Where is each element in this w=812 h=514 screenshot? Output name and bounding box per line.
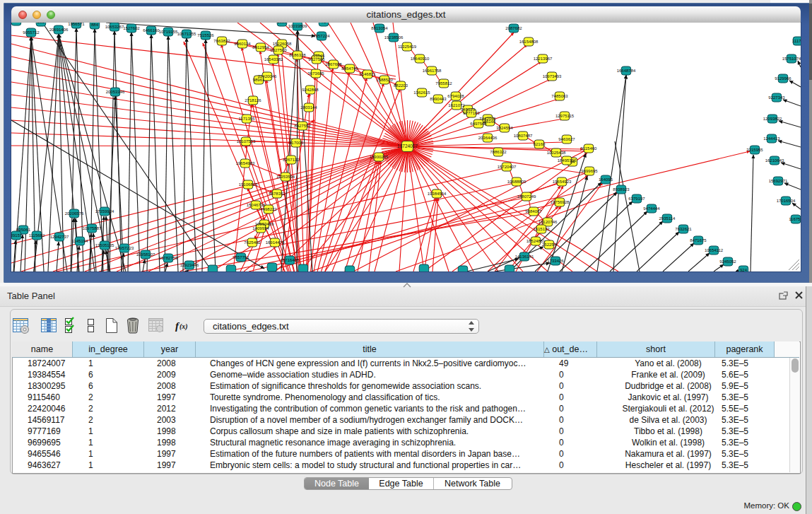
svg-text:1244413: 1244413 — [763, 136, 780, 141]
svg-text:3215955: 3215955 — [746, 148, 763, 152]
svg-text:1171355: 1171355 — [239, 117, 256, 121]
svg-text:9474444: 9474444 — [643, 206, 660, 211]
svg-text:13505135: 13505135 — [95, 243, 114, 247]
svg-text:11353594: 11353594 — [276, 175, 295, 179]
svg-text:62160: 62160 — [534, 142, 546, 146]
svg-text:1854550: 1854550 — [11, 23, 25, 23]
svg-text:3673685: 3673685 — [307, 71, 324, 76]
svg-text:10807487: 10807487 — [514, 134, 533, 138]
svg-text:16210643: 16210643 — [765, 158, 784, 163]
svg-text:8813054: 8813054 — [371, 26, 388, 30]
svg-text:8678352: 8678352 — [269, 192, 286, 196]
svg-text:1362615: 1362615 — [413, 90, 430, 95]
svg-text:18640910: 18640910 — [411, 57, 430, 61]
svg-text:6466160: 6466160 — [143, 28, 160, 33]
svg-text:9242848: 9242848 — [302, 88, 319, 92]
svg-text:14136141: 14136141 — [515, 255, 534, 259]
svg-text:9227343: 9227343 — [768, 95, 785, 100]
svg-text:7357224: 7357224 — [313, 34, 330, 38]
svg-text:10025438: 10025438 — [547, 151, 566, 155]
svg-text:9115460: 9115460 — [581, 146, 598, 151]
svg-text:19756928: 19756928 — [551, 200, 570, 204]
svg-text:924: 924 — [740, 268, 748, 271]
svg-text:1115682: 1115682 — [29, 233, 45, 238]
svg-text:9699695: 9699695 — [581, 169, 598, 173]
svg-text:19654983: 19654983 — [236, 161, 255, 165]
svg-text:9055712: 9055712 — [23, 30, 40, 35]
svg-text:15226058: 15226058 — [273, 42, 292, 46]
svg-text:116753: 116753 — [789, 217, 801, 221]
svg-text:884: 884 — [91, 23, 99, 27]
svg-text:7886322: 7886322 — [490, 150, 507, 154]
svg-text:8938923: 8938923 — [613, 187, 630, 192]
svg-text:835061: 835061 — [16, 228, 31, 232]
svg-text:10688809: 10688809 — [507, 180, 526, 184]
svg-text:2935114: 2935114 — [659, 216, 676, 221]
svg-text:18495796: 18495796 — [558, 158, 577, 163]
svg-text:11172: 11172 — [792, 39, 801, 43]
svg-text:(x): (x) — [180, 322, 188, 331]
svg-text:6794028: 6794028 — [447, 94, 464, 98]
svg-text:16914479: 16914479 — [266, 240, 285, 245]
svg-text:1409934: 1409934 — [252, 226, 269, 230]
svg-text:7632621: 7632621 — [675, 227, 692, 231]
svg-text:7625402: 7625402 — [244, 240, 261, 245]
svg-text:12213967: 12213967 — [534, 57, 553, 61]
svg-text:15692971: 15692971 — [769, 179, 788, 183]
svg-text:9327500: 9327500 — [270, 48, 287, 52]
svg-text:7515526: 7515526 — [197, 33, 214, 37]
svg-text:18807249: 18807249 — [517, 194, 536, 199]
svg-text:16782759: 16782759 — [159, 256, 178, 260]
svg-text:10107553: 10107553 — [237, 139, 256, 144]
svg-text:8471675: 8471675 — [690, 238, 707, 243]
svg-text:20691406: 20691406 — [49, 28, 69, 32]
svg-text:15720407: 15720407 — [498, 165, 517, 169]
svg-text:16154808: 16154808 — [519, 40, 539, 44]
svg-text:8454749: 8454749 — [341, 66, 358, 71]
svg-text:6379197: 6379197 — [628, 197, 645, 201]
svg-text:10671355: 10671355 — [177, 32, 196, 36]
svg-text:9657791: 9657791 — [233, 255, 249, 259]
svg-text:8267130: 8267130 — [283, 158, 300, 162]
svg-text:20206576: 20206576 — [65, 211, 84, 216]
svg-text:2087682: 2087682 — [505, 26, 522, 30]
svg-text:9245052: 9245052 — [719, 259, 736, 264]
svg-text:12923446: 12923446 — [180, 263, 199, 267]
svg-text:917006: 917006 — [289, 141, 304, 145]
svg-text:1003: 1003 — [277, 23, 287, 24]
svg-text:10719155: 10719155 — [159, 30, 178, 34]
svg-text:9146821: 9146821 — [359, 72, 376, 76]
svg-text:882203: 882203 — [394, 83, 408, 88]
svg-text:9960124: 9960124 — [234, 42, 251, 46]
svg-text:10973493: 10973493 — [543, 74, 562, 78]
svg-text:10654112: 10654112 — [705, 248, 724, 252]
svg-text:7663822: 7663822 — [213, 39, 230, 43]
svg-text:9463627: 9463627 — [558, 137, 575, 141]
svg-text:9129966: 9129966 — [775, 76, 792, 81]
svg-text:3824554: 3824554 — [496, 126, 513, 130]
svg-text:164095: 164095 — [599, 177, 613, 182]
svg-text:20053346: 20053346 — [106, 90, 125, 94]
svg-text:9777169: 9777169 — [463, 111, 480, 115]
svg-text:11325419: 11325419 — [398, 45, 417, 49]
svg-text:1145194: 1145194 — [72, 239, 89, 243]
svg-text:10975887: 10975887 — [83, 226, 102, 230]
svg-text:1527602: 1527602 — [123, 26, 140, 30]
svg-text:16543382: 16543382 — [264, 57, 283, 62]
svg-text:12975115: 12975115 — [555, 114, 575, 118]
svg-text:8990443: 8990443 — [430, 97, 447, 101]
svg-text:8186328: 8186328 — [289, 53, 306, 57]
svg-text:19106825: 19106825 — [239, 182, 258, 187]
svg-text:2803144: 2803144 — [300, 105, 317, 110]
svg-text:39157: 39157 — [11, 233, 23, 238]
svg-text:9327505: 9327505 — [308, 57, 325, 62]
svg-text:2867608: 2867608 — [325, 62, 342, 66]
svg-text:98961: 98961 — [253, 78, 265, 82]
svg-text:1588520: 1588520 — [376, 78, 393, 82]
svg-text:18300295: 18300295 — [370, 155, 389, 159]
svg-text:9684067: 9684067 — [525, 209, 542, 214]
svg-text:19238506: 19238506 — [384, 35, 404, 40]
svg-text:10958107: 10958107 — [136, 252, 155, 257]
svg-text:7955812: 7955812 — [435, 81, 452, 86]
svg-text:10653267: 10653267 — [105, 25, 124, 29]
